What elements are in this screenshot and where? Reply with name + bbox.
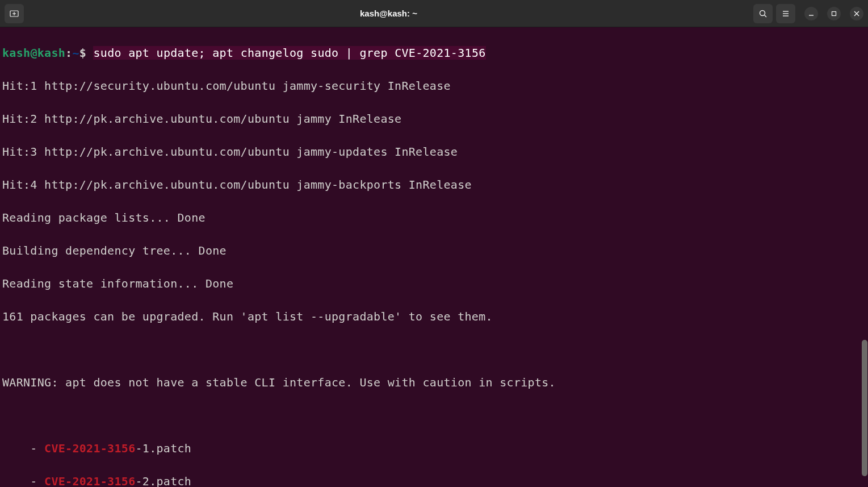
scrollbar[interactable] <box>861 27 868 487</box>
search-button[interactable] <box>753 4 773 23</box>
minimize-icon <box>808 11 814 16</box>
cve-highlight: CVE-2021-3156 <box>44 474 135 487</box>
prompt-path: ~ <box>72 46 79 60</box>
title-bar: kash@kash: ~ <box>0 0 868 27</box>
output-line: Hit:1 http://security.ubuntu.com/ubuntu … <box>2 78 866 94</box>
output-line <box>2 342 866 358</box>
output-line: Reading state information... Done <box>2 276 866 292</box>
menu-button[interactable] <box>776 4 795 23</box>
svg-rect-9 <box>832 11 836 15</box>
window-title: kash@kash: ~ <box>24 7 753 20</box>
prompt-host: kash <box>37 46 65 60</box>
prompt-colon: : <box>65 46 72 60</box>
maximize-icon <box>831 11 837 16</box>
output-line: Building dependency tree... Done <box>2 243 866 259</box>
command-text: sudo apt update; apt changelog sudo | gr… <box>93 46 485 60</box>
output-line: 161 packages can be upgraded. Run 'apt l… <box>2 309 866 325</box>
terminal-content[interactable]: kash@kash:~$ sudo apt update; apt change… <box>0 27 868 487</box>
prompt-dollar: $ <box>79 46 94 60</box>
svg-line-4 <box>765 15 767 17</box>
cve-highlight: CVE-2021-3156 <box>44 442 135 455</box>
close-icon <box>854 11 859 16</box>
output-line: Hit:4 http://pk.archive.ubuntu.com/ubunt… <box>2 177 866 193</box>
new-tab-icon <box>10 9 19 18</box>
output-line <box>2 407 866 424</box>
close-button[interactable] <box>850 7 863 20</box>
prompt-line: kash@kash:~$ sudo apt update; apt change… <box>2 45 866 61</box>
search-icon <box>758 9 768 18</box>
grep-line: - CVE-2021-3156-1.patch <box>2 440 866 457</box>
prompt-user: kash <box>2 46 30 60</box>
prompt-at: @ <box>30 46 37 60</box>
scrollbar-thumb[interactable] <box>862 340 867 476</box>
hamburger-icon <box>781 9 790 18</box>
svg-point-3 <box>760 10 765 15</box>
output-line: Hit:3 http://pk.archive.ubuntu.com/ubunt… <box>2 144 866 160</box>
maximize-button[interactable] <box>827 7 841 20</box>
grep-line: - CVE-2021-3156-2.patch <box>2 473 866 487</box>
output-line: WARNING: apt does not have a stable CLI … <box>2 374 866 391</box>
output-line: Reading package lists... Done <box>2 210 866 226</box>
output-line: Hit:2 http://pk.archive.ubuntu.com/ubunt… <box>2 111 866 127</box>
minimize-button[interactable] <box>804 7 818 20</box>
new-tab-button[interactable] <box>5 4 24 23</box>
